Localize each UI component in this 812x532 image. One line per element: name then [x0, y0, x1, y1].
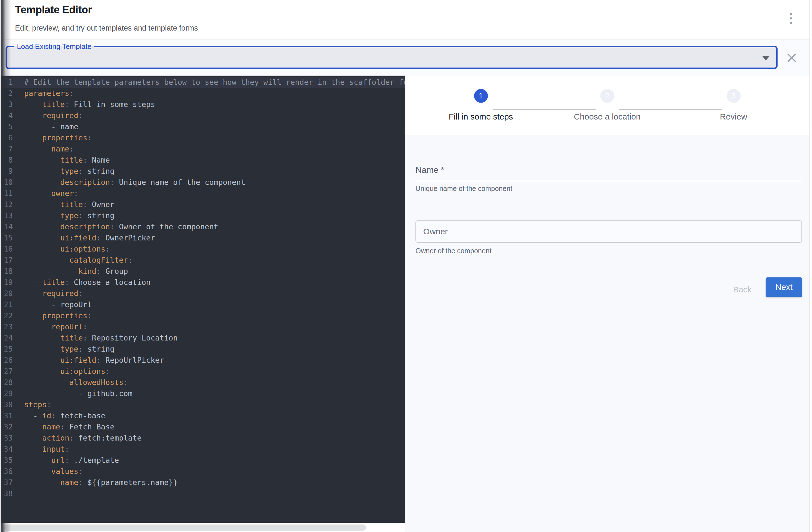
line-number: 13 [0, 210, 13, 221]
code-content: 1# Edit the template parameters below to… [0, 77, 405, 499]
owner-helper-text: Owner of the component [416, 247, 492, 255]
code-line: 3 - title: Fill in some steps [0, 99, 405, 110]
line-number: 19 [0, 277, 13, 288]
load-template-toolbar: Load Existing Template [0, 40, 810, 75]
line-number: 12 [0, 199, 13, 210]
load-existing-template-select[interactable]: Load Existing Template [5, 42, 778, 69]
yaml-code-editor[interactable]: 1# Edit the template parameters below to… [0, 75, 405, 523]
line-number: 9 [0, 166, 13, 177]
line-number: 36 [0, 466, 13, 477]
line-number: 15 [0, 233, 13, 243]
code-line: 13 type: string [0, 210, 405, 221]
code-line: 25 type: string [0, 344, 405, 355]
line-number: 38 [0, 488, 13, 499]
load-existing-template-label: Load Existing Template [14, 42, 94, 51]
code-line: 5 - name [0, 121, 405, 132]
name-input-label: Name * [416, 165, 801, 175]
step-1: 1Fill in some steps [418, 89, 544, 135]
code-line: 31 - id: fetch-base [0, 410, 405, 421]
scrollbar-thumb[interactable] [4, 524, 366, 531]
line-number: 18 [0, 266, 13, 277]
dropdown-arrow-icon[interactable] [762, 56, 770, 60]
line-number: 27 [0, 366, 13, 377]
line-number: 14 [0, 221, 13, 233]
line-number: 34 [0, 444, 13, 455]
code-line: 36 values: [0, 466, 405, 477]
code-line: 12 title: Owner [0, 199, 405, 210]
more-options-button[interactable] [784, 11, 798, 26]
code-line: 7 name: [0, 143, 405, 155]
code-line: 15 ui:field: OwnerPicker [0, 233, 405, 243]
code-line: 17 catalogFilter: [0, 255, 405, 266]
code-line: 11 owner: [0, 188, 405, 199]
step-circle: 3 [727, 89, 741, 103]
line-number: 35 [0, 455, 13, 466]
code-line: 20 required: [0, 288, 405, 299]
code-line: 28 allowedHosts: [0, 377, 405, 388]
owner-input[interactable]: Owner [416, 221, 802, 243]
kebab-menu-icon [790, 22, 792, 24]
code-line: 37 name: ${{parameters.name}} [0, 477, 405, 488]
code-line: 14 description: Owner of the component [0, 221, 405, 233]
code-line: 16 ui:options: [0, 243, 405, 255]
template-form-preview-panel: 1Fill in some steps2Choose a location3Re… [405, 75, 810, 532]
name-input[interactable]: Name * Unique name of the component [416, 165, 801, 193]
step-label: Review [720, 112, 747, 122]
step-3: 3Review [670, 89, 797, 135]
line-number: 29 [0, 388, 13, 399]
code-line: 26 ui:field: RepoUrlPicker [0, 355, 405, 366]
page-subtitle: Edit, preview, and try out templates and… [15, 24, 198, 32]
code-line: 10 description: Unique name of the compo… [0, 177, 405, 188]
code-line: 8 title: Name [0, 155, 405, 166]
code-line: 19 - title: Choose a location [0, 277, 405, 288]
next-button[interactable]: Next [766, 277, 802, 297]
name-input-underline [416, 181, 801, 181]
line-number: 5 [0, 121, 13, 132]
header: Template Editor Edit, preview, and try o… [0, 0, 810, 40]
code-line: 30steps: [0, 399, 405, 410]
name-helper-text: Unique name of the component [416, 184, 801, 193]
line-number: 30 [0, 399, 13, 410]
line-number: 2 [0, 88, 13, 99]
code-line: 33 action: fetch:template [0, 433, 405, 444]
line-number: 8 [0, 155, 13, 166]
step-label: Fill in some steps [449, 112, 513, 122]
step-circle: 2 [600, 89, 614, 103]
code-line: 22 properties: [0, 310, 405, 321]
code-line: 9 type: string [0, 166, 405, 177]
clear-selection-button[interactable] [786, 52, 798, 64]
line-number: 22 [0, 310, 13, 321]
code-line: 6 properties: [0, 132, 405, 143]
line-number: 33 [0, 433, 13, 444]
code-line: 18 kind: Group [0, 266, 405, 277]
line-number: 4 [0, 110, 13, 121]
close-icon [786, 52, 798, 64]
step-label: Choose a location [574, 112, 640, 122]
code-line: 32 name: Fetch Base [0, 421, 405, 433]
line-number: 26 [0, 355, 13, 366]
line-number: 37 [0, 477, 13, 488]
line-number: 3 [0, 99, 13, 110]
code-line: 34 input: [0, 444, 405, 455]
line-number: 10 [0, 177, 13, 188]
step-2: 2Choose a location [544, 89, 670, 135]
code-line: 38 [0, 488, 405, 499]
kebab-menu-icon [790, 13, 792, 15]
page-right-border [810, 0, 810, 532]
line-number: 11 [0, 188, 13, 199]
owner-input-label: Owner [423, 227, 448, 236]
line-number: 32 [0, 421, 13, 433]
horizontal-scrollbar[interactable] [0, 523, 405, 532]
code-line: 2parameters: [0, 88, 405, 99]
code-line: 29 - github.com [0, 388, 405, 399]
kebab-menu-icon [790, 17, 792, 19]
line-number: 17 [0, 255, 13, 266]
back-button[interactable]: Back [726, 281, 759, 298]
line-number: 21 [0, 299, 13, 310]
code-line: 4 required: [0, 110, 405, 121]
line-number: 1 [0, 77, 13, 88]
line-number: 24 [0, 333, 13, 344]
line-number: 25 [0, 344, 13, 355]
line-number: 20 [0, 288, 13, 299]
code-line: 1# Edit the template parameters below to… [0, 77, 405, 88]
